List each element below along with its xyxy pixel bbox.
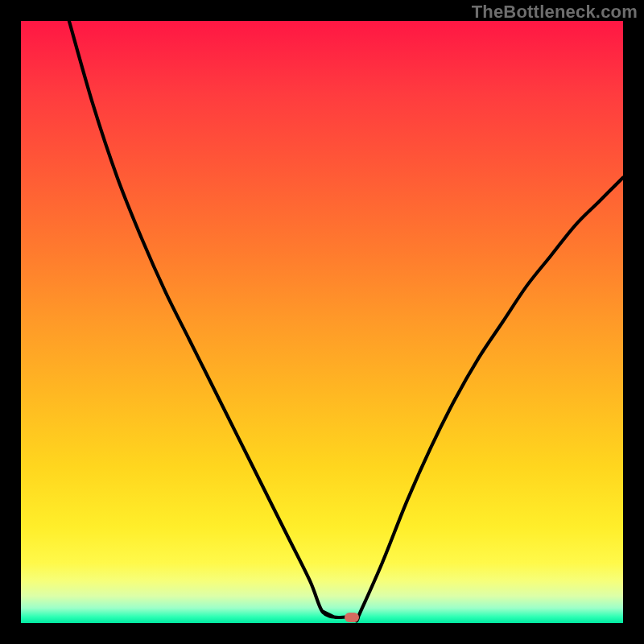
plot-area (21, 21, 623, 623)
chart-frame: TheBottleneck.com (0, 0, 644, 644)
bottleneck-curve (69, 21, 623, 621)
curve-svg (21, 21, 623, 623)
optimum-marker (345, 613, 359, 622)
watermark-text: TheBottleneck.com (472, 2, 638, 23)
